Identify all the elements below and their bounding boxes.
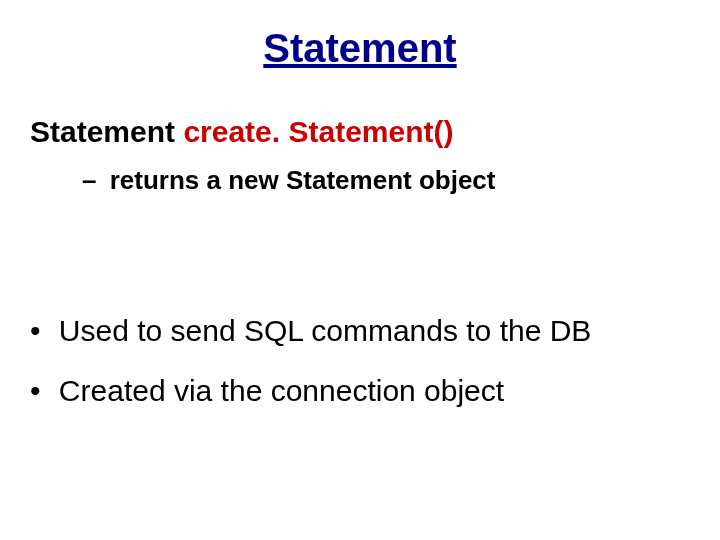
method-signature: Statement create. Statement(): [30, 115, 696, 149]
bullet-list: • Used to send SQL commands to the DB • …: [30, 314, 696, 408]
return-type: Statement: [30, 115, 175, 148]
slide: Statement Statement create. Statement() …: [0, 0, 720, 540]
list-item: • Used to send SQL commands to the DB: [30, 314, 696, 348]
bullet-text: Used to send SQL commands to the DB: [59, 314, 592, 347]
bullet-icon: •: [30, 314, 41, 347]
list-item: • Created via the connection object: [30, 374, 696, 408]
dash-icon: –: [82, 165, 96, 195]
bullet-icon: •: [30, 374, 41, 407]
sub-bullet: – returns a new Statement object: [82, 165, 696, 196]
slide-title: Statement: [24, 26, 696, 71]
sub-bullet-text: returns a new Statement object: [110, 165, 496, 195]
bullet-text: Created via the connection object: [59, 374, 504, 407]
method-name: create. Statement(): [183, 115, 453, 148]
